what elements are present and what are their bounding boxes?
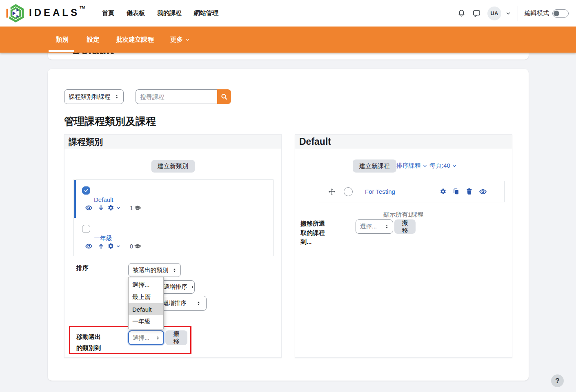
category-settings-gear-icon[interactable] xyxy=(107,243,114,250)
category-checkbox-grade1[interactable] xyxy=(82,225,90,233)
hide-category-eye-icon[interactable] xyxy=(85,242,93,250)
secondary-nav: 類別 設定 批次建立課程 更多 xyxy=(0,27,576,53)
create-course-button[interactable]: 建立新課程 xyxy=(353,159,396,173)
graduation-cap-icon xyxy=(134,243,141,250)
move-category-button[interactable]: 搬移 xyxy=(165,330,187,345)
search-icon xyxy=(220,93,228,100)
move-category-select[interactable]: 選擇... xyxy=(128,330,164,345)
sort-courses-link[interactable]: 排序課程 xyxy=(396,162,427,170)
course-count-value: 0 xyxy=(130,243,133,250)
dropdown-option-top[interactable]: 最上層 xyxy=(129,291,163,303)
hide-category-eye-icon[interactable] xyxy=(85,204,93,212)
tab-bulk-create-courses[interactable]: 批次建立課程 xyxy=(116,27,154,53)
course-delete-trash-icon[interactable] xyxy=(466,188,473,195)
move-category-label-line2: 的類別到 xyxy=(76,342,101,353)
move-courses-label-line1: 搬移所選 xyxy=(300,219,325,228)
nav-item-site-admin[interactable]: 網站管理 xyxy=(194,9,218,17)
check-icon xyxy=(83,188,89,193)
brand-trademark: TM xyxy=(80,5,85,9)
course-search xyxy=(136,89,231,104)
move-category-label: 移動選出 的類別到 xyxy=(76,331,101,353)
move-courses-label-line3: 到... xyxy=(300,237,325,247)
course-checkbox[interactable] xyxy=(344,187,353,196)
sort-courses-label: 排序課程 xyxy=(396,162,421,170)
courses-panel: Default 建立新課程 排序課程 每頁:40 For Testing xyxy=(295,134,512,358)
top-header: IDEALS TM 首頁 儀表板 我的課程 網站管理 UA 編輯模式 xyxy=(0,0,576,27)
category-settings-gear-icon[interactable] xyxy=(107,204,114,211)
courses-panel-title: Default xyxy=(295,135,512,149)
messages-chat-icon[interactable] xyxy=(472,9,481,18)
categories-panel-title: 課程類別 xyxy=(64,135,281,149)
search-button[interactable] xyxy=(217,89,231,104)
category-checkbox-default[interactable] xyxy=(82,186,90,195)
category-actions-chevron-icon[interactable] xyxy=(116,244,121,249)
per-page-link[interactable]: 每頁:40 xyxy=(429,162,457,170)
page-title: 管理課程類別及課程 xyxy=(64,115,156,128)
move-category-up-icon[interactable] xyxy=(98,243,105,250)
updown-icon xyxy=(384,224,389,229)
move-courses-select[interactable]: 選擇... xyxy=(356,219,393,234)
course-hide-eye-icon[interactable] xyxy=(479,188,487,196)
move-category-down-icon[interactable] xyxy=(98,204,105,211)
course-settings-gear-icon[interactable] xyxy=(440,188,447,195)
ideals-logo-icon xyxy=(6,3,25,24)
updown-icon xyxy=(155,335,160,341)
move-courses-button[interactable]: 搬移 xyxy=(394,219,416,234)
ideals-logo[interactable]: IDEALS TM xyxy=(6,3,85,24)
sort-scope-value: 被選出的類別 xyxy=(133,266,168,274)
move-category-label-line1: 移動選出 xyxy=(76,331,101,342)
create-category-button[interactable]: 建立新類別 xyxy=(151,160,195,173)
nav-item-dashboard[interactable]: 儀表板 xyxy=(127,9,145,17)
category-actions-chevron-icon[interactable] xyxy=(116,206,121,210)
category-course-count: 1 xyxy=(130,204,141,212)
nav-item-home[interactable]: 首頁 xyxy=(102,9,114,17)
help-button[interactable]: ? xyxy=(551,374,564,387)
show-all-courses-text[interactable]: 顯示所有1課程 xyxy=(295,211,512,219)
move-category-open-dropdown: 選擇... 最上層 Default 一年級 xyxy=(128,277,164,329)
move-courses-select-value: 選擇... xyxy=(360,223,377,230)
edit-mode-label: 編輯模式 xyxy=(525,9,549,17)
dropdown-option-default[interactable]: Default xyxy=(129,303,163,315)
course-duplicate-copy-icon[interactable] xyxy=(453,188,460,195)
sort-order-2-value: 遞增排序 xyxy=(163,299,187,307)
user-menu-chevron-icon[interactable] xyxy=(505,11,511,16)
course-count-value: 1 xyxy=(130,205,133,211)
management-card: 課程類別和課程 管理課程類別及課程 課程類別 建立新類別 Default xyxy=(48,69,529,381)
move-courses-label: 搬移所選 取的課程 到... xyxy=(300,219,325,247)
updown-icon xyxy=(114,94,120,100)
toggle-knob xyxy=(554,11,559,16)
move-course-handle-icon[interactable] xyxy=(328,188,336,195)
course-row: For Testing xyxy=(319,181,505,202)
scope-filter-select[interactable]: 課程類別和課程 xyxy=(64,89,124,104)
chevron-down-icon xyxy=(452,164,457,168)
sort-order-1-value: 遞增排序 xyxy=(164,283,187,291)
edit-mode-toggle[interactable] xyxy=(552,9,569,18)
brand-name: IDEALS xyxy=(29,7,80,18)
updown-icon xyxy=(196,301,201,306)
tab-settings[interactable]: 設定 xyxy=(87,27,100,53)
category-row-default: Default 1 xyxy=(74,180,273,218)
dropdown-option-grade1[interactable]: 一年級 xyxy=(129,315,163,328)
category-link-default[interactable]: Default xyxy=(94,196,113,203)
updown-icon xyxy=(172,268,177,273)
user-avatar[interactable]: UA xyxy=(487,7,501,20)
move-category-select-value: 選擇... xyxy=(133,334,149,342)
chevron-down-icon xyxy=(423,164,427,168)
course-link[interactable]: For Testing xyxy=(365,188,395,195)
tab-more-label: 更多 xyxy=(170,35,183,44)
updown-icon xyxy=(191,284,194,290)
chevron-down-icon xyxy=(185,37,190,42)
notifications-bell-icon[interactable] xyxy=(457,9,466,18)
tab-more[interactable]: 更多 xyxy=(170,27,190,53)
sort-label: 排序 xyxy=(76,264,89,272)
search-input[interactable] xyxy=(136,89,217,104)
category-course-count: 0 xyxy=(130,243,141,250)
category-list: Default 1 一年級 xyxy=(73,179,274,256)
dropdown-option-choose[interactable]: 選擇... xyxy=(129,279,163,291)
nav-item-my-courses[interactable]: 我的課程 xyxy=(157,9,182,17)
category-link-grade1[interactable]: 一年級 xyxy=(94,235,112,242)
tab-categories[interactable]: 類別 xyxy=(56,27,69,53)
scope-filter-value: 課程類別和課程 xyxy=(69,93,111,101)
header-divider xyxy=(518,6,518,21)
sort-scope-select[interactable]: 被選出的類別 xyxy=(128,263,181,277)
